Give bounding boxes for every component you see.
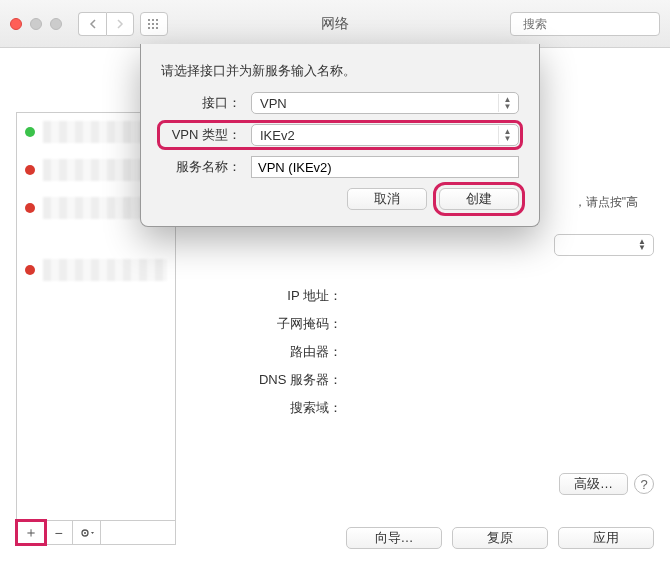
status-select[interactable]: ▲▼ [554, 234, 654, 256]
label-dns: DNS 服务器： [190, 371, 350, 389]
back-button[interactable] [78, 12, 106, 36]
apply-button[interactable]: 应用 [558, 527, 654, 549]
vpntype-value: IKEv2 [260, 128, 295, 143]
show-all-button[interactable] [140, 12, 168, 36]
servicename-label: 服务名称： [161, 158, 251, 176]
help-button[interactable]: ? [634, 474, 654, 494]
label-router: 路由器： [190, 343, 350, 361]
wizard-button[interactable]: 向导… [346, 527, 442, 549]
svg-rect-7 [152, 27, 154, 29]
grid-icon [147, 18, 161, 30]
updown-icon: ▲▼ [498, 94, 516, 112]
interface-label: 接口： [161, 94, 251, 112]
status-led-icon [25, 165, 35, 175]
zoom-window-button[interactable] [50, 18, 62, 30]
service-item[interactable] [17, 251, 175, 289]
svg-rect-6 [148, 27, 150, 29]
create-button[interactable]: 创建 [439, 188, 519, 210]
truncated-hint-text: ，请点按"高 [574, 194, 638, 211]
row-vpn-type: VPN 类型： IKEv2 ▲▼ [161, 124, 519, 146]
svg-rect-5 [156, 23, 158, 25]
status-led-icon [25, 127, 35, 137]
svg-rect-8 [156, 27, 158, 29]
updown-icon: ▲▼ [635, 237, 649, 253]
sheet-buttons: 取消 创建 [161, 188, 519, 210]
updown-icon: ▲▼ [498, 126, 516, 144]
search-field[interactable] [510, 12, 660, 36]
window-controls [10, 18, 62, 30]
label-ip: IP 地址： [190, 287, 350, 305]
row-interface: 接口： VPN ▲▼ [161, 92, 519, 114]
minimize-window-button[interactable] [30, 18, 42, 30]
servicename-input[interactable] [251, 156, 519, 178]
interface-select[interactable]: VPN ▲▼ [251, 92, 519, 114]
label-subnet: 子网掩码： [190, 315, 350, 333]
row-searchdomain: 搜索域： [190, 394, 654, 422]
status-led-icon [25, 203, 35, 213]
help-icon: ? [640, 477, 647, 492]
row-router: 路由器： [190, 338, 654, 366]
row-dns: DNS 服务器： [190, 366, 654, 394]
new-service-sheet: 请选择接口并为新服务输入名称。 接口： VPN ▲▼ VPN 类型： IKEv2… [140, 44, 540, 227]
status-led-icon [25, 265, 35, 275]
chevron-left-icon [88, 19, 98, 29]
search-input[interactable] [521, 16, 670, 32]
label-searchdomain: 搜索域： [190, 399, 350, 417]
action-row: 向导… 复原 应用 [0, 527, 654, 549]
interface-value: VPN [260, 96, 287, 111]
chevron-right-icon [115, 19, 125, 29]
vpntype-label: VPN 类型： [161, 126, 251, 144]
sheet-prompt: 请选择接口并为新服务输入名称。 [161, 62, 519, 80]
advanced-button[interactable]: 高级… [559, 473, 628, 495]
svg-rect-0 [148, 19, 150, 21]
svg-rect-1 [152, 19, 154, 21]
svg-rect-3 [148, 23, 150, 25]
row-service-name: 服务名称： [161, 156, 519, 178]
revert-button[interactable]: 复原 [452, 527, 548, 549]
service-name-blurred [43, 259, 167, 281]
row-subnet: 子网掩码： [190, 310, 654, 338]
forward-button[interactable] [106, 12, 134, 36]
toolbar-nav [78, 12, 168, 36]
titlebar: 网络 [0, 0, 670, 48]
close-window-button[interactable] [10, 18, 22, 30]
vpntype-select[interactable]: IKEv2 ▲▼ [251, 124, 519, 146]
cancel-button[interactable]: 取消 [347, 188, 427, 210]
svg-rect-2 [156, 19, 158, 21]
row-ip: IP 地址： [190, 282, 654, 310]
svg-rect-4 [152, 23, 154, 25]
